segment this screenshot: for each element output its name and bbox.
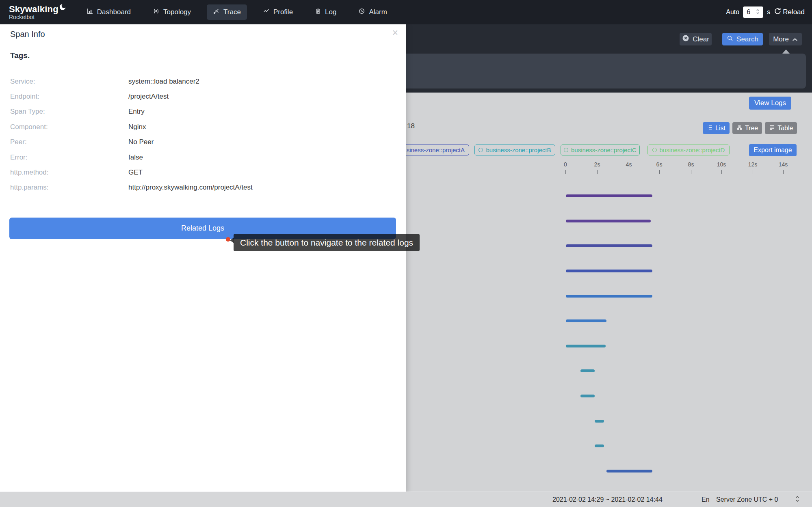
axis-tick-label: 8s bbox=[682, 161, 700, 168]
axis-tick-label: 6s bbox=[650, 161, 668, 168]
dashboard-icon bbox=[87, 8, 93, 17]
auto-interval-input[interactable] bbox=[747, 9, 755, 16]
trace-span-bar[interactable] bbox=[580, 369, 594, 372]
legend-label: business-zone::projectB bbox=[486, 147, 551, 153]
timezone-stepper[interactable] bbox=[795, 495, 799, 505]
auto-interval-box bbox=[743, 6, 763, 18]
tags-section-heading: Tags. bbox=[10, 51, 30, 60]
tag-field-label: Endpoint: bbox=[0, 93, 128, 101]
legend-pill-projectD[interactable]: business-zone::projectD bbox=[647, 145, 730, 155]
tag-field-label: http.method: bbox=[0, 168, 128, 177]
related-logs-tooltip: Click the button to navigate to the rela… bbox=[234, 234, 420, 251]
tag-field-label: Peer: bbox=[0, 138, 128, 146]
cursor-dot bbox=[226, 237, 230, 242]
legend-circle-icon bbox=[479, 148, 483, 152]
axis-tick-mark bbox=[565, 170, 566, 174]
tag-field-label: Service: bbox=[0, 78, 128, 86]
nav-item-topology[interactable]: Topology bbox=[147, 4, 197, 20]
tag-field-row: Peer:No Peer bbox=[0, 135, 406, 150]
trace-icon bbox=[213, 8, 220, 17]
view-logs-label: View Logs bbox=[754, 99, 786, 107]
nav-item-label: Alarm bbox=[369, 8, 387, 16]
axis-tick-mark bbox=[691, 170, 691, 174]
axis-tick-mark bbox=[783, 170, 784, 174]
view-mode-label: List bbox=[715, 125, 725, 132]
nav-item-alarm[interactable]: Alarm bbox=[352, 4, 393, 20]
nav-item-label: Log bbox=[325, 8, 336, 16]
reload-label: Reload bbox=[783, 8, 805, 16]
trace-span-bar[interactable] bbox=[566, 220, 651, 222]
view-mode-list[interactable]: List bbox=[703, 122, 730, 134]
tag-field-row: Endpoint:/projectA/test bbox=[0, 89, 406, 104]
axis-tick-label: 10s bbox=[712, 161, 730, 168]
nav-menu: DashboardTopologyTraceProfileLogAlarm bbox=[80, 4, 393, 20]
reload-button[interactable]: Reload bbox=[774, 7, 805, 17]
trace-span-bar[interactable] bbox=[566, 295, 652, 298]
nav-item-dashboard[interactable]: Dashboard bbox=[80, 4, 137, 20]
auto-reload-controls: Auto s Reload bbox=[726, 6, 805, 18]
trace-span-bar[interactable] bbox=[606, 470, 652, 472]
legend-pill-projectC[interactable]: business-zone::projectC bbox=[561, 145, 640, 155]
legend-circle-icon bbox=[564, 148, 568, 152]
tree-icon bbox=[736, 125, 743, 132]
trace-span-bar[interactable] bbox=[566, 345, 606, 347]
timezone-label: Server Zone UTC + 0 bbox=[716, 496, 778, 503]
more-label: More bbox=[773, 35, 789, 43]
trace-span-bar[interactable] bbox=[566, 319, 606, 322]
log-icon bbox=[315, 8, 321, 17]
legend-label: business-zone::projectA bbox=[400, 147, 465, 153]
trace-span-bar[interactable] bbox=[595, 444, 604, 447]
nav-item-trace[interactable]: Trace bbox=[207, 4, 247, 20]
time-range[interactable]: 2021-02-02 14:29 ~ 2021-02-02 14:44 bbox=[552, 496, 663, 503]
list-icon bbox=[707, 125, 713, 132]
nav-item-label: Profile bbox=[273, 8, 293, 16]
view-mode-tree[interactable]: Tree bbox=[732, 122, 762, 134]
tag-field-row: Span Type:Entry bbox=[0, 104, 406, 119]
language-selector[interactable]: En bbox=[702, 496, 710, 503]
crescent-moon-icon bbox=[59, 3, 67, 13]
nav-item-label: Topology bbox=[163, 8, 191, 16]
clear-circle-x-icon bbox=[682, 35, 689, 44]
more-panel-arrow-icon bbox=[782, 50, 790, 54]
axis-tick-mark bbox=[659, 170, 660, 174]
tag-field-value: /projectA/test bbox=[128, 93, 169, 101]
auto-interval-stepper[interactable] bbox=[756, 8, 760, 17]
search-button[interactable]: Search bbox=[722, 33, 763, 45]
brand-logo[interactable]: Skywalking Rocketbot bbox=[9, 4, 67, 20]
trace-span-bar[interactable] bbox=[566, 270, 652, 272]
tag-field-label: Span Type: bbox=[0, 108, 128, 116]
trace-span-bar[interactable] bbox=[580, 395, 594, 397]
axis-tick-mark bbox=[753, 170, 753, 174]
trace-span-bar[interactable] bbox=[566, 244, 652, 247]
tag-field-row: Service:system::load balancer2 bbox=[0, 74, 406, 89]
nav-item-profile[interactable]: Profile bbox=[257, 4, 299, 20]
nav-item-log[interactable]: Log bbox=[309, 4, 342, 20]
axis-tick-label: 12s bbox=[744, 161, 762, 168]
tag-field-label: Error: bbox=[0, 153, 128, 162]
tooltip-text: Click the button to navigate to the rela… bbox=[240, 238, 413, 248]
view-logs-button[interactable]: View Logs bbox=[749, 97, 791, 110]
tag-field-row: Error:false bbox=[0, 150, 406, 165]
trace-span-bar[interactable] bbox=[595, 420, 604, 423]
clear-button[interactable]: Clear bbox=[680, 33, 712, 45]
axis-tick-label: 4s bbox=[620, 161, 638, 168]
axis-tick-mark bbox=[629, 170, 629, 174]
trace-span-bar[interactable] bbox=[566, 194, 652, 197]
view-mode-label: Tree bbox=[745, 125, 758, 132]
tag-field-value: No Peer bbox=[128, 138, 154, 146]
tag-field-row: http.method:GET bbox=[0, 165, 406, 180]
chevron-up-icon bbox=[792, 35, 798, 43]
close-icon[interactable]: × bbox=[392, 27, 398, 39]
tag-field-value: Nginx bbox=[128, 123, 146, 131]
legend-pill-projectB[interactable]: business-zone::projectB bbox=[474, 145, 555, 155]
tag-field-label: Component: bbox=[0, 123, 128, 131]
view-mode-table[interactable]: Table bbox=[765, 122, 797, 134]
axis-tick-label: 0 bbox=[556, 161, 574, 168]
more-button[interactable]: More bbox=[769, 33, 802, 45]
auto-label: Auto bbox=[726, 9, 739, 16]
legend-circle-icon bbox=[652, 148, 657, 152]
clear-label: Clear bbox=[693, 35, 709, 43]
brand-title: Skywalking bbox=[9, 4, 58, 14]
view-mode-label: Table bbox=[777, 125, 793, 132]
export-image-button[interactable]: Export image bbox=[749, 144, 797, 156]
